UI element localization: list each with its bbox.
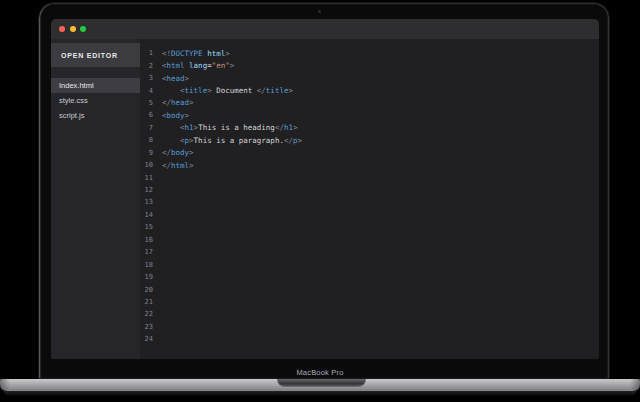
line-number: 20 (140, 286, 153, 294)
code-text: </html> (162, 161, 194, 170)
code-text: <html lang="en"> (162, 61, 234, 70)
code-line[interactable]: 12 (140, 184, 599, 196)
code-editor-window: OPEN EDITOR Index.htmlstyle.cssscript.js… (51, 19, 599, 359)
code-line[interactable]: 21 (140, 296, 599, 308)
code-line[interactable]: 11 (140, 171, 599, 183)
code-line[interactable]: 18 (140, 258, 599, 270)
code-line[interactable]: 20 (140, 283, 599, 295)
lid-opening-notch (277, 379, 366, 387)
webcam-dot (318, 10, 321, 13)
close-button[interactable] (59, 26, 65, 32)
window-titlebar (51, 19, 599, 39)
code-text: </head> (162, 98, 194, 107)
code-text: </body> (162, 148, 194, 157)
line-number: 10 (140, 161, 153, 169)
code-line[interactable]: 9</body> (140, 147, 599, 159)
line-number: 15 (140, 223, 153, 231)
line-number: 11 (140, 174, 153, 182)
code-text: <p>This is a paragraph.</p> (162, 136, 302, 145)
sidebar: OPEN EDITOR Index.htmlstyle.cssscript.js (51, 39, 140, 359)
file-list: Index.htmlstyle.cssscript.js (51, 78, 140, 123)
line-number: 7 (140, 124, 153, 132)
line-number: 22 (140, 310, 153, 318)
code-line[interactable]: 6<body> (140, 109, 599, 121)
line-number: 3 (140, 74, 153, 82)
code-text: <!DOCTYPE html> (162, 49, 230, 58)
code-text: <body> (162, 111, 189, 120)
code-text: <head> (162, 74, 189, 83)
code-line[interactable]: 13 (140, 196, 599, 208)
macbook-pro-label: MacBook Pro (0, 368, 640, 377)
code-line[interactable]: 8 <p>This is a paragraph.</p> (140, 134, 599, 146)
line-number: 21 (140, 298, 153, 306)
line-number: 17 (140, 248, 153, 256)
zoom-button[interactable] (80, 26, 86, 32)
code-line[interactable]: 23 (140, 321, 599, 333)
line-number: 1 (140, 49, 153, 57)
line-number: 8 (140, 136, 153, 144)
code-line[interactable]: 24 (140, 333, 599, 345)
minimize-button[interactable] (70, 26, 76, 32)
code-line[interactable]: 2<html lang="en"> (140, 59, 599, 71)
code-line[interactable]: 17 (140, 246, 599, 258)
code-line[interactable]: 4 <title> Document </title> (140, 84, 599, 96)
base-shadow (4, 391, 636, 397)
line-number: 4 (140, 87, 153, 95)
code-line[interactable]: 16 (140, 234, 599, 246)
line-number: 2 (140, 62, 153, 70)
line-number: 5 (140, 99, 153, 107)
code-line[interactable]: 7 <h1>This is a heading</h1> (140, 122, 599, 134)
open-editor-header[interactable]: OPEN EDITOR (51, 43, 140, 67)
line-number: 14 (140, 211, 153, 219)
code-line[interactable]: 10</html> (140, 159, 599, 171)
code-line[interactable]: 3<head> (140, 72, 599, 84)
file-item-index-html[interactable]: Index.html (51, 78, 140, 93)
code-text: <h1>This is a heading</h1> (162, 123, 297, 132)
code-line[interactable]: 15 (140, 221, 599, 233)
line-number: 23 (140, 323, 153, 331)
line-number: 19 (140, 273, 153, 281)
code-line[interactable]: 1<!DOCTYPE html> (140, 47, 599, 59)
editor-main: OPEN EDITOR Index.htmlstyle.cssscript.js… (51, 39, 599, 359)
macbook-lid: OPEN EDITOR Index.htmlstyle.cssscript.js… (38, 2, 610, 379)
line-number: 18 (140, 261, 153, 269)
line-number: 9 (140, 149, 153, 157)
line-number: 12 (140, 186, 153, 194)
file-item-style-css[interactable]: style.css (51, 93, 140, 108)
line-number: 24 (140, 335, 153, 343)
line-number: 16 (140, 236, 153, 244)
code-line[interactable]: 19 (140, 271, 599, 283)
code-line[interactable]: 22 (140, 308, 599, 320)
editor-code-area[interactable]: 1<!DOCTYPE html>2<html lang="en">3<head>… (140, 39, 599, 359)
code-line[interactable]: 14 (140, 209, 599, 221)
code-text: <title> Document </title> (162, 86, 293, 95)
line-number: 13 (140, 198, 153, 206)
code-line[interactable]: 5</head> (140, 97, 599, 109)
line-number: 6 (140, 111, 153, 119)
file-item-script-js[interactable]: script.js (51, 108, 140, 123)
